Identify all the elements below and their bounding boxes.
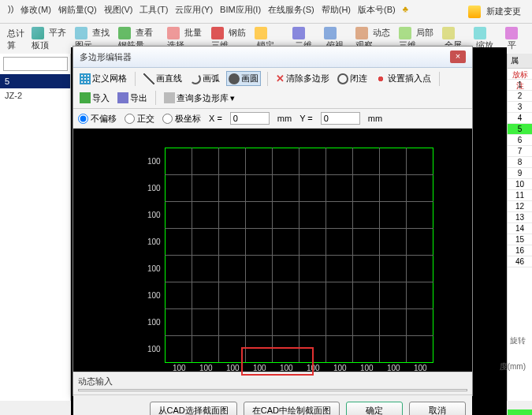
right-row[interactable]: 7 (508, 146, 532, 157)
right-row[interactable]: 5 (508, 124, 532, 135)
right-row[interactable]: 46 (508, 256, 532, 267)
menu-modify[interactable]: 修改(M) (17, 2, 54, 21)
right-row[interactable]: 16 (508, 245, 532, 256)
highlight-box (241, 347, 314, 376)
right-row[interactable]: 1 (508, 80, 532, 91)
right-panel-header: 属 (508, 54, 532, 69)
x-axis-label: 100 (360, 364, 374, 372)
right-row[interactable]: 3 (508, 102, 532, 113)
polar-radio[interactable]: 极坐标 (162, 113, 201, 125)
right-row[interactable]: 8 (508, 157, 532, 168)
right-row[interactable]: 14 (508, 223, 532, 234)
right-row[interactable]: 11 (508, 190, 532, 201)
grid-icon (80, 73, 91, 84)
tb-pan[interactable]: 平 (503, 26, 527, 52)
set-insert-button[interactable]: 设置插入点 (374, 72, 433, 85)
x-axis-label: 100 (387, 364, 400, 372)
tree-item-5[interactable]: 5 (0, 74, 70, 88)
x-label: X = (209, 114, 222, 123)
y-axis-label: 100 (147, 345, 161, 353)
define-grid-button[interactable]: 定义网格 (78, 72, 128, 85)
arc-icon (190, 73, 201, 84)
no-offset-radio[interactable]: 不偏移 (78, 113, 117, 125)
in-cad-button[interactable]: 在CAD中绘制截面图 (244, 402, 340, 415)
dialog-options-row: 不偏移 正交 极坐标 X = mm Y = mm (73, 109, 472, 129)
right-row[interactable]: 4 (508, 113, 532, 124)
main-menubar: )) 修改(M) 钢筋量(Q) 视图(V) 工具(T) 云应用(Y) BIM应用… (0, 0, 532, 24)
right-row[interactable]: 9 (508, 168, 532, 179)
import-button[interactable]: 导入 (78, 92, 111, 105)
menu-rebar[interactable]: 钢筋量(Q) (55, 2, 100, 21)
dynamic-input-label: 动态输入 (78, 376, 113, 386)
menu-view[interactable]: 视图(V) (101, 2, 136, 21)
loop-icon (337, 73, 348, 84)
right-row[interactable]: 15 (508, 234, 532, 245)
dialog-button-row: 从CAD选择截面图 在CAD中绘制截面图 确定 取消 (73, 394, 472, 415)
right-row[interactable]: 12 (508, 201, 532, 212)
menu-tools[interactable]: 工具(T) (136, 2, 171, 21)
x-input[interactable] (230, 112, 270, 125)
export-button[interactable]: 导出 (116, 92, 149, 105)
polygon-canvas[interactable]: 100100100100100100100100 100100100100100… (73, 129, 472, 372)
draw-arc-button[interactable]: 画弧 (188, 72, 221, 85)
export-icon (117, 92, 128, 103)
new-change-button[interactable]: 新建变更 (465, 2, 527, 21)
menu-bim[interactable]: BIM应用(I) (217, 2, 264, 21)
clear-icon: ✕ (276, 73, 285, 84)
from-cad-button[interactable]: 从CAD选择截面图 (150, 402, 237, 415)
ok-button[interactable]: 确定 (346, 402, 403, 415)
query-shape-button[interactable]: 查询多边形库 ▾ (162, 92, 236, 105)
y-axis-label: 100 (147, 184, 161, 193)
dynamic-input-field[interactable] (78, 389, 467, 391)
ortho-radio[interactable]: 正交 (125, 113, 154, 125)
x-axis-label: 100 (414, 364, 427, 372)
y-axis-label: 100 (147, 237, 161, 246)
grid-table (165, 148, 433, 363)
y-axis-label: 100 (147, 291, 161, 300)
x-axis-label: 100 (199, 364, 213, 372)
side-text-degree: 度(mm) (500, 361, 526, 372)
y-label: Y = (299, 114, 313, 123)
side-text-rotate: 旋转 (510, 335, 526, 346)
tb-calc[interactable]: 总计算 (5, 27, 28, 52)
menu-item[interactable]: )) (5, 2, 17, 21)
clear-poly-button[interactable]: ✕清除多边形 (274, 72, 331, 85)
insert-point-icon (375, 73, 386, 84)
search-icon (164, 92, 175, 103)
circle-icon (229, 73, 240, 84)
menu-version[interactable]: 版本号(B) (355, 2, 399, 21)
right-row[interactable]: 2 (508, 91, 532, 102)
y-axis-label: 100 (147, 211, 161, 219)
menu-help[interactable]: 帮助(H) (318, 2, 354, 21)
search-input[interactable] (3, 57, 68, 71)
y-input[interactable] (321, 112, 360, 125)
right-panel-title: 放标注 (508, 69, 532, 80)
y-axis-label: 100 (147, 157, 161, 166)
x-axis-label: 100 (333, 364, 347, 372)
right-row[interactable]: 13 (508, 212, 532, 223)
dialog-title: 多边形编辑器 (80, 51, 132, 63)
dialog-toolbar: 定义网格 画直线 画弧 画圆 ✕清除多边形 闭连 设置插入点 导入 导出 查询多… (73, 68, 472, 109)
left-panel: 5 JZ-2 (0, 54, 71, 401)
close-icon[interactable]: × (450, 50, 466, 63)
draw-circle-button[interactable]: 画圆 (226, 71, 261, 86)
menu-cloud[interactable]: 云应用(Y) (172, 2, 216, 21)
right-row-green2[interactable] (508, 409, 532, 415)
dialog-titlebar[interactable]: 多边形编辑器 × (73, 47, 472, 68)
import-icon (80, 92, 91, 103)
draw-line-button[interactable]: 画直线 (142, 72, 184, 85)
cancel-button[interactable]: 取消 (409, 402, 466, 415)
line-icon (143, 73, 154, 84)
loop-button[interactable]: 闭连 (336, 72, 369, 85)
tree-item-jz2[interactable]: JZ-2 (0, 88, 70, 103)
right-row[interactable]: 10 (508, 179, 532, 190)
x-axis-label: 100 (226, 364, 240, 372)
x-axis-label: 100 (173, 364, 186, 372)
mm-label: mm (277, 114, 292, 123)
menu-online[interactable]: 在线服务(S) (265, 2, 318, 21)
tb-flush[interactable]: 平齐板顶 (29, 26, 71, 52)
right-panel: 属 放标注 1234567891011121314151646 (507, 54, 532, 401)
y-axis-label: 100 (147, 318, 161, 327)
polygon-editor-dialog: 多边形编辑器 × 定义网格 画直线 画弧 画圆 ✕清除多边形 闭连 设置插入点 … (73, 46, 473, 396)
right-row[interactable]: 6 (508, 135, 532, 146)
